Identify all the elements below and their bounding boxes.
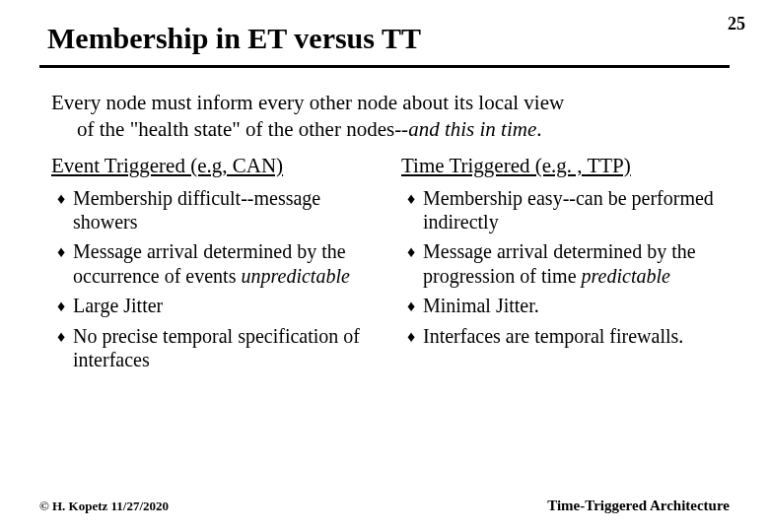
slide-title: Membership in ET versus TT — [47, 22, 730, 55]
two-columns: Event Triggered (e.g, CAN) ♦ Membership … — [51, 154, 730, 378]
list-item: ♦ Membership difficult--message showers — [51, 186, 380, 234]
bullet-text-italic: predictable — [582, 265, 670, 287]
bullet-text: Interfaces are temporal firewalls. — [423, 324, 730, 348]
list-item: ♦ Message arrival determined by the occu… — [51, 239, 380, 288]
intro-line2a: of the "health state" of the other nodes… — [77, 117, 408, 141]
intro-line2: of the "health state" of the other nodes… — [51, 116, 730, 143]
footer-title: Time-Triggered Architecture — [547, 498, 730, 514]
footer: © H. Kopetz 11/27/2020 Time-Triggered Ar… — [39, 498, 730, 514]
bullet-text-italic: unpredictable — [241, 265, 349, 287]
left-column-heading: Event Triggered (e.g, CAN) — [51, 154, 380, 178]
bullet-text: Large Jitter — [73, 294, 380, 317]
list-item: ♦ Minimal Jitter. — [401, 294, 730, 317]
diamond-icon: ♦ — [51, 186, 73, 209]
right-column-heading: Time Triggered (e.g. , TTP) — [401, 154, 730, 178]
intro-line2b: and this in time — [408, 117, 536, 141]
diamond-icon: ♦ — [401, 239, 423, 262]
list-item: ♦ Membership easy--can be performed indi… — [401, 186, 730, 234]
list-item: ♦ Interfaces are temporal firewalls. — [401, 324, 730, 348]
bullet-text: Membership difficult--message showers — [73, 186, 380, 234]
diamond-icon: ♦ — [401, 324, 423, 347]
title-block: Membership in ET versus TT — [0, 0, 769, 55]
bullet-text: Minimal Jitter. — [423, 294, 730, 317]
intro-line2c: . — [536, 117, 541, 141]
right-bullet-list: ♦ Membership easy--can be performed indi… — [401, 186, 730, 348]
intro-text: Every node must inform every other node … — [51, 90, 730, 144]
intro-line1: Every node must inform every other node … — [51, 91, 564, 114]
diamond-icon: ♦ — [51, 239, 73, 262]
right-column: Time Triggered (e.g. , TTP) ♦ Membership… — [391, 154, 730, 378]
diamond-icon: ♦ — [401, 294, 423, 316]
left-column: Event Triggered (e.g, CAN) ♦ Membership … — [51, 154, 380, 378]
diamond-icon: ♦ — [51, 324, 73, 347]
bullet-text: Membership easy--can be performed indire… — [423, 186, 730, 234]
list-item: ♦ Message arrival determined by the prog… — [401, 239, 730, 288]
bullet-text: No precise temporal specification of int… — [73, 324, 380, 372]
diamond-icon: ♦ — [51, 294, 73, 316]
footer-copyright: © H. Kopetz 11/27/2020 — [39, 499, 169, 514]
diamond-icon: ♦ — [401, 186, 423, 209]
slide-container: 25 Membership in ET versus TT Every node… — [0, 0, 769, 532]
left-bullet-list: ♦ Membership difficult--message showers … — [51, 186, 380, 372]
list-item: ♦ No precise temporal specification of i… — [51, 324, 380, 372]
list-item: ♦ Large Jitter — [51, 294, 380, 317]
bullet-text: Message arrival determined by the occurr… — [73, 239, 380, 288]
bullet-text: Message arrival determined by the progre… — [423, 239, 730, 288]
page-number: 25 — [728, 14, 745, 34]
content-area: Every node must inform every other node … — [0, 68, 769, 377]
